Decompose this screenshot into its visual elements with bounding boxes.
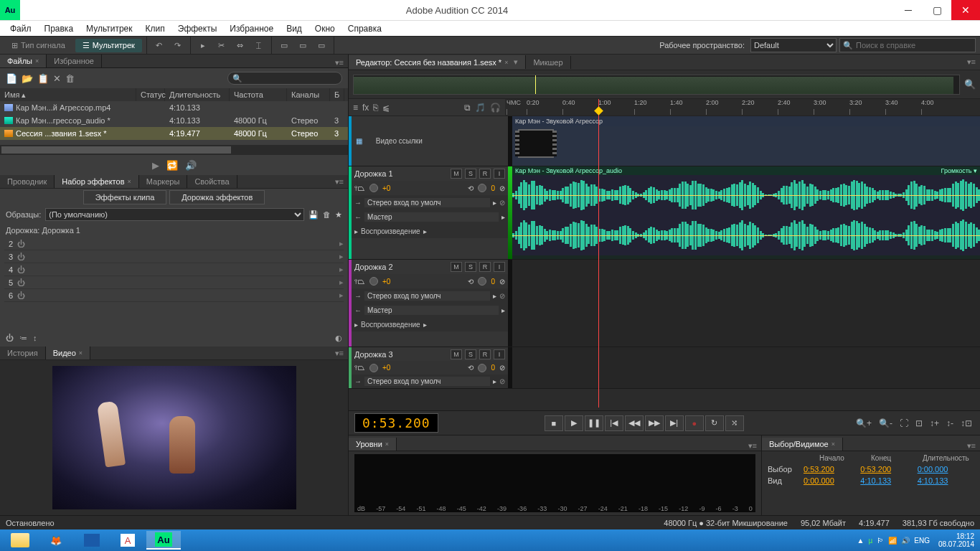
timecode-display[interactable]: 0:53.200 xyxy=(354,413,438,433)
col-status[interactable]: Статус xyxy=(136,88,165,101)
record-button[interactable]: ● xyxy=(685,415,704,431)
monitor-button[interactable]: I xyxy=(494,169,505,179)
tab-levels[interactable]: Уровни × xyxy=(349,438,397,451)
track-lane[interactable] xyxy=(512,260,980,347)
effect-slot[interactable]: 5⏻▸ xyxy=(4,276,344,289)
file-row[interactable]: Сессия ...звания 1.sesx *4:19.47748000 Г… xyxy=(0,127,348,140)
razor-tool-icon[interactable]: ✂ xyxy=(214,38,230,52)
tab-markers[interactable]: Маркеры xyxy=(139,175,188,188)
playhead-marker-icon[interactable] xyxy=(594,106,603,116)
panel-menu-icon[interactable]: ▾≡ xyxy=(967,57,976,67)
fx-icon[interactable]: ≡ xyxy=(353,103,358,113)
clip-effects-button[interactable]: Эффекты клипа xyxy=(83,190,167,204)
stop-button[interactable]: ■ xyxy=(545,415,563,431)
tray-lang[interactable]: ENG xyxy=(914,537,930,545)
skip-selection-button[interactable]: ⤭ xyxy=(725,415,744,431)
tray-volume-icon[interactable]: 🔊 xyxy=(901,537,910,545)
go-start-button[interactable]: |◀ xyxy=(605,415,623,431)
mute-button[interactable]: M xyxy=(451,262,462,272)
tray-network-icon[interactable]: 📶 xyxy=(888,537,897,545)
tab-editor[interactable]: Редактор: Сессия без названия 1.sesx * ×… xyxy=(349,55,526,69)
zoom-out-v-icon[interactable]: ↕- xyxy=(944,418,956,428)
monitor-button[interactable]: I xyxy=(494,262,505,272)
help-search-input[interactable] xyxy=(856,41,972,50)
close-icon[interactable]: × xyxy=(831,441,835,448)
track-lane[interactable]: Кар Мэн - Звуковой Агрессор_audioГромкос… xyxy=(512,166,980,259)
panel-menu-icon[interactable]: ▾≡ xyxy=(967,441,976,451)
overview-waveform[interactable] xyxy=(353,75,960,95)
input-mute-icon[interactable]: ⊘ xyxy=(499,377,505,385)
preview-autoplay-icon[interactable]: 🔊 xyxy=(185,160,197,171)
arm-record-button[interactable]: R xyxy=(479,169,491,179)
power-icon[interactable]: ⏻ xyxy=(17,253,25,261)
timeline-ruler[interactable]: ЧМС 0:200:401:001:201:402:002:202:403:00… xyxy=(505,99,980,116)
menu-clip[interactable]: Клип xyxy=(140,22,171,35)
favorite-icon[interactable]: ★ xyxy=(335,210,342,220)
zoom-in-v-icon[interactable]: ↕+ xyxy=(928,418,941,428)
menu-favorites[interactable]: Избранное xyxy=(224,22,279,35)
presets-select[interactable]: (По умолчанию) xyxy=(45,208,304,221)
panel-menu-icon[interactable]: ▾≡ xyxy=(335,349,344,358)
file-row[interactable]: Кар Мэн...грессор_audio *4:10.13348000 Г… xyxy=(0,114,348,127)
menu-file[interactable]: Файл xyxy=(4,22,37,35)
eq-icon[interactable]: ⫹ xyxy=(382,103,390,113)
solo-button[interactable]: S xyxy=(465,262,476,272)
input-mute-icon[interactable]: ⊘ xyxy=(499,199,505,207)
close-icon[interactable]: × xyxy=(385,441,389,448)
menu-help[interactable]: Справка xyxy=(342,22,387,35)
slip-tool-icon[interactable]: ⇔ xyxy=(232,38,248,52)
taskbar-app4[interactable]: A xyxy=(110,531,145,550)
arm-record-button[interactable]: R xyxy=(479,262,491,272)
zoom-out-icon[interactable]: 🔍- xyxy=(877,418,895,428)
menu-view[interactable]: Вид xyxy=(281,22,308,35)
tool-b-icon[interactable]: ▭ xyxy=(295,38,311,52)
volume-knob[interactable] xyxy=(369,277,378,286)
playhead[interactable] xyxy=(598,99,599,408)
window-minimize-button[interactable]: ─ xyxy=(894,0,923,20)
tray-flag-icon[interactable]: 🏳 xyxy=(877,537,884,545)
files-hscroll[interactable] xyxy=(0,145,348,155)
col-channels[interactable]: Каналы xyxy=(287,88,330,101)
input-mute-icon[interactable]: ⊘ xyxy=(499,292,505,300)
audio-clip[interactable]: Кар Мэн - Звуковой Агрессор_audioГромкос… xyxy=(512,166,980,259)
close-icon[interactable]: × xyxy=(35,57,39,65)
zoom-sel-icon[interactable]: ⊡ xyxy=(913,418,925,428)
col-bit[interactable]: Б xyxy=(330,88,344,101)
mute-button[interactable]: M xyxy=(451,169,462,179)
tool-c-icon[interactable]: ▭ xyxy=(314,38,329,52)
pan-knob[interactable] xyxy=(478,277,486,286)
workspace-select[interactable]: Default xyxy=(750,38,837,52)
power-icon[interactable]: ⏻ xyxy=(17,278,25,287)
fx-label-icon[interactable]: fx xyxy=(362,103,369,113)
window-close-button[interactable]: ✕ xyxy=(951,0,980,20)
col-duration[interactable]: Длительность xyxy=(165,88,230,101)
video-clip[interactable]: Кар Мэн - Звуковой Агрессор xyxy=(512,116,980,166)
tab-mixer[interactable]: Микшер xyxy=(526,56,570,69)
input-select[interactable]: Стерео вход по умолч xyxy=(364,377,490,386)
col-freq[interactable]: Частота xyxy=(230,88,287,101)
tray-clock[interactable]: 18:1208.07.2014 xyxy=(934,532,974,548)
bypass-icon[interactable]: ≔ xyxy=(19,334,27,343)
effect-slot[interactable]: 6⏻▸ xyxy=(4,289,344,302)
taskbar-firefox[interactable]: 🦊 xyxy=(39,531,73,550)
output-select[interactable]: Мастер xyxy=(364,306,499,315)
time-select-tool-icon[interactable]: ⌶ xyxy=(251,38,267,52)
preview-loop-icon[interactable]: 🔁 xyxy=(166,160,178,171)
effect-slot[interactable]: 3⏻▸ xyxy=(4,250,344,263)
zoom-in-icon[interactable]: 🔍+ xyxy=(854,418,874,428)
track-effects-button[interactable]: Дорожка эффектов xyxy=(169,190,265,204)
sends-icon[interactable]: ⎘ xyxy=(373,103,378,113)
mix-wet-icon[interactable]: ◐ xyxy=(335,334,342,343)
power-icon[interactable]: ⏻ xyxy=(17,265,25,274)
loop-button[interactable]: ↻ xyxy=(705,415,724,431)
selview-value[interactable]: 0:00.000 xyxy=(918,465,974,474)
selview-value[interactable]: 4:10.133 xyxy=(918,476,974,485)
power-icon[interactable]: ⏻ xyxy=(17,291,25,300)
input-select[interactable]: Стерео вход по умолч xyxy=(364,198,490,207)
tab-media-browser[interactable]: Проводник xyxy=(0,175,55,188)
tab-favorites[interactable]: Избранное xyxy=(47,55,102,67)
pause-button[interactable]: ❚❚ xyxy=(585,415,603,431)
zoom-reset-v-icon[interactable]: ↕⊡ xyxy=(958,418,974,428)
trash-icon[interactable]: 🗑 xyxy=(65,73,75,84)
import-icon[interactable]: 📂 xyxy=(22,73,33,84)
